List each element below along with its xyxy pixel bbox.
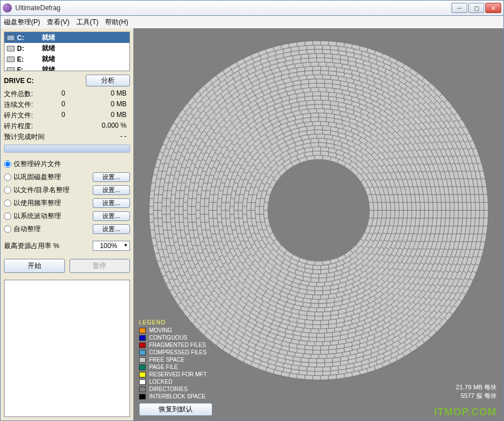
option-auto[interactable]: 自动整理	[4, 224, 89, 234]
legend-item: CONTIGUOUS	[139, 334, 207, 341]
progress-bar	[4, 145, 130, 153]
legend-label: FRAGMENTED FILES	[149, 341, 206, 349]
legend-swatch	[139, 379, 146, 385]
drive-icon	[7, 46, 15, 51]
close-button[interactable]: ✕	[485, 3, 501, 13]
legend-swatch	[139, 350, 146, 355]
drive-row-d[interactable]: D: 就绪	[5, 43, 129, 54]
legend-label: FREE SPACE	[149, 356, 185, 363]
block-size: 21.79 MB 每块	[456, 383, 497, 392]
legend-item: FRAGMENTED FILES	[139, 341, 207, 349]
legend-swatch	[139, 328, 146, 333]
analyze-button[interactable]: 分析	[86, 75, 130, 86]
option-by-usage[interactable]: 以使用频率整理	[4, 198, 89, 208]
legend-label: DIRECTORIES	[149, 385, 188, 393]
menu-bar: 磁盘整理(P) 查看(V) 工具(T) 帮助(H)	[0, 16, 504, 28]
drive-row-e[interactable]: E: 就绪	[5, 54, 129, 64]
option-by-system[interactable]: 以系统波动整理	[4, 211, 89, 221]
settings-consolidate[interactable]: 设置...	[93, 172, 130, 182]
menu-help[interactable]: 帮助(H)	[105, 18, 128, 27]
legend-item: INTERBLOCK SPACE	[139, 393, 207, 400]
defrag-options: 仅整理碎片文件 以巩固磁盘整理 设置... 以文件/目录名整理 设置... 以使…	[4, 159, 130, 234]
legend-swatch	[139, 394, 146, 400]
legend-label: RESERVED FOR MFT	[149, 371, 207, 378]
option-consolidate[interactable]: 以巩固磁盘整理	[4, 172, 89, 182]
pause-button[interactable]: 暂停	[69, 259, 131, 273]
svg-point-0	[268, 159, 370, 261]
option-frag-only[interactable]: 仅整理碎片文件	[4, 159, 130, 169]
menu-view[interactable]: 查看(V)	[47, 18, 69, 27]
legend-item: LOCKED	[139, 378, 207, 385]
legend-swatch	[139, 335, 146, 341]
drive-label: DRIVE C:	[4, 77, 86, 85]
drive-row-c[interactable]: C: 就绪	[5, 32, 129, 43]
settings-by-system[interactable]: 设置...	[93, 211, 130, 221]
drive-list[interactable]: C: 就绪 D: 就绪 E: 就绪 F: 就绪	[4, 32, 130, 71]
menu-disk[interactable]: 磁盘整理(P)	[4, 18, 40, 27]
legend-item: FREE SPACE	[139, 356, 207, 363]
start-button[interactable]: 开始	[4, 259, 65, 273]
legend-label: MOVING	[149, 327, 172, 334]
log-area	[4, 280, 130, 417]
restore-defaults-button[interactable]: 恢复到默认	[139, 403, 212, 416]
disk-view: LEGEND MOVINGCONTIGUOUSFRAGMENTED FILESC…	[133, 28, 503, 420]
resource-label: 最高资源占用率 %	[4, 241, 93, 251]
window-controls: ─ ▢ ✕	[451, 3, 501, 13]
legend-swatch	[139, 357, 146, 363]
legend-label: COMPRESSED FILES	[149, 349, 207, 356]
app-icon	[3, 3, 12, 12]
drive-row-f[interactable]: F: 就绪	[5, 64, 129, 71]
drive-icon	[7, 35, 15, 41]
title-bar: UltimateDefrag ─ ▢ ✕	[0, 0, 504, 16]
legend-item: PAGE FILE	[139, 363, 207, 371]
settings-by-name[interactable]: 设置...	[93, 185, 130, 195]
watermark: ITMOP.COM	[434, 406, 497, 418]
legend-item: MOVING	[139, 327, 207, 334]
cluster-size: 5577 簇 每块	[456, 392, 497, 400]
drive-icon	[7, 67, 15, 72]
legend-title: LEGEND	[139, 319, 207, 325]
legend-item: RESERVED FOR MFT	[139, 371, 207, 378]
legend-swatch	[139, 342, 146, 348]
window-title: UltimateDefrag	[15, 4, 451, 12]
drive-icon	[7, 57, 15, 62]
legend: LEGEND MOVINGCONTIGUOUSFRAGMENTED FILESC…	[139, 319, 207, 400]
resource-select[interactable]: 100%	[93, 241, 130, 251]
drive-info: DRIVE C: 分析 文件总数:00 MB 连续文件:00 MB 碎片文件:0…	[4, 75, 130, 153]
legend-swatch	[139, 372, 146, 377]
legend-swatch	[139, 387, 146, 392]
settings-by-usage[interactable]: 设置...	[93, 198, 130, 208]
maximize-button[interactable]: ▢	[468, 3, 484, 13]
legend-label: INTERBLOCK SPACE	[149, 393, 206, 400]
legend-label: PAGE FILE	[149, 363, 178, 371]
menu-tools[interactable]: 工具(T)	[76, 18, 98, 27]
settings-auto[interactable]: 设置...	[93, 224, 130, 234]
legend-swatch	[139, 364, 146, 370]
legend-item: COMPRESSED FILES	[139, 349, 207, 356]
legend-item: DIRECTORIES	[139, 385, 207, 393]
footer-stats: 21.79 MB 每块 5577 簇 每块	[456, 383, 497, 400]
legend-label: CONTIGUOUS	[149, 334, 188, 341]
legend-label: LOCKED	[149, 378, 172, 385]
minimize-button[interactable]: ─	[451, 3, 467, 13]
left-panel: C: 就绪 D: 就绪 E: 就绪 F: 就绪 DRIVE C: 分	[1, 28, 133, 420]
option-by-name[interactable]: 以文件/目录名整理	[4, 185, 89, 195]
